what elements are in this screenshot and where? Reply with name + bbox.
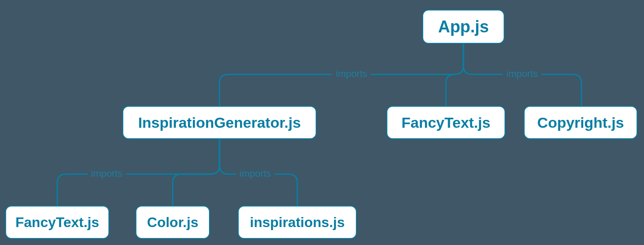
node-app: App.js	[422, 10, 505, 44]
edge-label-app-copyright: imports	[503, 68, 541, 80]
edge-inspgen-to-color	[173, 139, 219, 206]
edge-label-app-inspgen: imports	[332, 68, 371, 80]
node-copyright: Copyright.js	[524, 106, 637, 139]
node-fancytext-top: FancyText.js	[386, 106, 505, 139]
node-fancytext-bottom: FancyText.js	[5, 206, 109, 239]
edge-label-inspgen-inspirations: imports	[236, 168, 275, 179]
node-color: Color.js	[136, 206, 210, 239]
edge-inspgen-to-fancytext	[57, 139, 219, 206]
node-inspiration-generator: InspirationGenerator.js	[122, 106, 317, 139]
edge-app-to-fancytext	[446, 44, 463, 106]
node-inspirations: inspirations.js	[238, 206, 357, 239]
edge-label-inspgen-fancytext: imports	[87, 168, 126, 179]
diagram-canvas: imports imports imports imports App.js I…	[0, 0, 644, 245]
